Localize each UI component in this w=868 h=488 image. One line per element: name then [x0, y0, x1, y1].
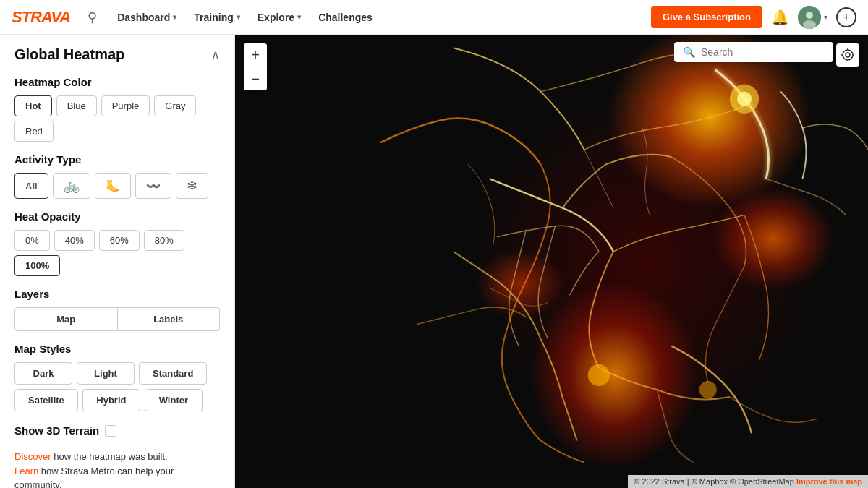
footer-line3-text: community.: [14, 479, 62, 488]
style-winter-button[interactable]: Winter: [145, 389, 203, 411]
zoom-controls: + −: [244, 43, 267, 90]
terrain-label: Show 3D Terrain: [14, 424, 99, 437]
sidebar-header: Global Heatmap ∧: [14, 46, 220, 63]
svg-point-1: [806, 12, 813, 19]
map-search-input[interactable]: [701, 46, 827, 58]
opacity-40-button[interactable]: 40%: [54, 230, 95, 251]
terrain-checkbox[interactable]: [105, 425, 116, 437]
add-button[interactable]: +: [836, 7, 856, 27]
attribution-text: © 2022 Strava | © Mapbox © OpenStreetMap: [634, 477, 794, 486]
svg-point-5: [588, 364, 610, 386]
search-icon[interactable]: ⚲: [88, 9, 97, 25]
sidebar-title: Global Heatmap: [14, 46, 124, 63]
user-avatar-wrap[interactable]: ▾: [798, 6, 827, 29]
activity-water-button[interactable]: 〰️: [135, 173, 171, 199]
streets-overlay: [235, 35, 868, 488]
activity-all-button[interactable]: All: [14, 173, 48, 199]
map-search-bar: 🔍: [674, 42, 833, 62]
svg-point-7: [846, 53, 850, 57]
training-chevron-icon: ▾: [237, 13, 240, 21]
style-dark-button[interactable]: Dark: [14, 362, 72, 385]
style-satellite-button[interactable]: Satellite: [14, 389, 78, 411]
discover-link[interactable]: Discover: [14, 451, 51, 462]
heat-opacity-label: Heat Opacity: [14, 210, 220, 223]
learn-link[interactable]: Learn: [14, 466, 38, 476]
color-hot-button[interactable]: Hot: [14, 95, 52, 116]
strava-logo[interactable]: STRAVA: [12, 8, 70, 27]
heatmap-color-label: Heatmap Color: [14, 76, 220, 88]
map-styles-label: Map Styles: [14, 343, 220, 355]
nav-challenges[interactable]: Challenges: [310, 0, 381, 35]
map-styles-row2: Satellite Hybrid Winter: [14, 389, 220, 411]
opacity-0-button[interactable]: 0%: [14, 230, 50, 251]
activity-walk-button[interactable]: 🦶: [95, 173, 131, 199]
bell-icon[interactable]: 🔔: [771, 9, 789, 26]
activity-type-group: All 🚲 🦶 〰️ ❄: [14, 173, 220, 199]
svg-point-8: [843, 50, 853, 60]
opacity-100-button[interactable]: 100%: [14, 255, 60, 276]
zoom-in-button[interactable]: +: [244, 43, 267, 67]
layer-map-button[interactable]: Map: [14, 307, 118, 331]
locate-icon: [841, 48, 854, 61]
footer-line1-text: how the heatmap was built.: [51, 451, 168, 462]
dashboard-chevron-icon: ▾: [173, 13, 176, 21]
nav-explore[interactable]: Explore ▾: [249, 0, 310, 35]
nav-dashboard[interactable]: Dashboard ▾: [109, 0, 185, 35]
heat-opacity-group: 0% 40% 60% 80% 100%: [14, 230, 220, 276]
color-red-button[interactable]: Red: [14, 121, 54, 142]
locate-button[interactable]: [836, 43, 859, 67]
navbar: STRAVA ⚲ Dashboard ▾ Training ▾ Explore …: [0, 0, 868, 35]
svg-point-6: [699, 381, 717, 398]
avatar-chevron-icon: ▾: [824, 13, 827, 21]
activity-bike-button[interactable]: 🚲: [53, 173, 90, 199]
zoom-out-button[interactable]: −: [244, 67, 267, 90]
color-blue-button[interactable]: Blue: [56, 95, 97, 116]
terrain-row: Show 3D Terrain: [14, 424, 220, 437]
color-gray-button[interactable]: Gray: [154, 95, 196, 116]
nav-training[interactable]: Training ▾: [185, 0, 248, 35]
sidebar: Global Heatmap ∧ Heatmap Color Hot Blue …: [0, 35, 235, 488]
layers-group: Map Labels: [14, 307, 220, 331]
style-light-button[interactable]: Light: [77, 362, 135, 385]
heatmap-color-group: Hot Blue Purple Gray Red: [14, 95, 220, 142]
opacity-80-button[interactable]: 80%: [144, 230, 184, 251]
color-purple-button[interactable]: Purple: [101, 95, 150, 116]
improve-map-link[interactable]: Improve this map: [796, 477, 862, 486]
map-search-icon: 🔍: [683, 46, 695, 58]
opacity-60-button[interactable]: 60%: [99, 230, 140, 251]
style-hybrid-button[interactable]: Hybrid: [82, 389, 140, 411]
subscribe-button[interactable]: Give a Subscription: [651, 6, 762, 28]
main-area: Global Heatmap ∧ Heatmap Color Hot Blue …: [0, 35, 868, 488]
sidebar-footer: Discover how the heatmap was built. Lear…: [14, 450, 220, 488]
svg-point-4: [737, 92, 752, 106]
map-styles-row1: Dark Light Standard: [14, 362, 220, 385]
activity-type-label: Activity Type: [14, 153, 220, 166]
layers-label: Layers: [14, 288, 220, 300]
style-standard-button[interactable]: Standard: [139, 362, 207, 385]
map-area[interactable]: + − 🔍 © 2022 Strava | © Mapbox © OpenStr…: [235, 35, 868, 488]
explore-chevron-icon: ▾: [297, 13, 301, 21]
collapse-button[interactable]: ∧: [211, 48, 220, 61]
map-attribution: © 2022 Strava | © Mapbox © OpenStreetMap…: [628, 475, 868, 488]
layer-labels-button[interactable]: Labels: [118, 307, 221, 331]
activity-winter-button[interactable]: ❄: [176, 173, 208, 199]
svg-point-2: [803, 20, 816, 29]
avatar: [798, 6, 821, 29]
footer-line2-text: how Strava Metro can help your: [38, 466, 174, 476]
